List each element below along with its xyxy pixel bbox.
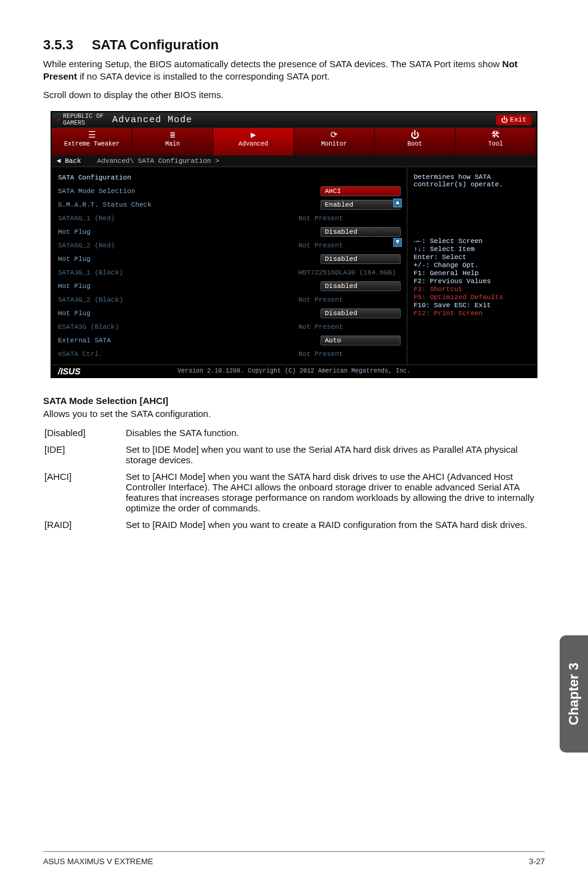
bios-exit-button[interactable]: ⏻ Exit	[496, 115, 531, 125]
row-value[interactable]: Disabled	[321, 254, 401, 264]
row-label: SATA3G_2 (Black)	[58, 296, 296, 303]
power-icon: ⏻	[501, 116, 508, 124]
intro-paragraph: While entering Setup, the BIOS automatic…	[43, 58, 545, 83]
help-line: F3: Shortcut	[414, 286, 530, 293]
help-line: F5: Optimized Defaults	[414, 294, 530, 301]
footer-right: 3-27	[529, 857, 545, 866]
bios-row[interactable]: Hot PlugDisabled	[58, 252, 401, 266]
bios-left-panel: SATA ConfigurationSATA Mode SelectionAHC…	[52, 167, 407, 365]
option-key: [AHCI]	[44, 469, 125, 516]
breadcrumb-path: Advanced\ SATA Configuration >	[97, 157, 219, 165]
bios-version-text: Version 2.10.1208. Copyright (C) 2012 Am…	[178, 368, 410, 374]
row-label: SATA6G_1 (Red)	[58, 215, 296, 222]
row-value: HDT722516DLA30 (164.6GB)	[296, 269, 401, 276]
row-label: External SATA	[58, 337, 321, 344]
logo-line1: REPUBLIC OF	[63, 113, 104, 120]
row-value[interactable]: Auto	[321, 336, 401, 345]
row-value[interactable]: Disabled	[321, 281, 401, 291]
bios-row[interactable]: S.M.A.R.T. Status CheckEnabled	[58, 198, 401, 212]
tab-label: Tool	[455, 141, 536, 147]
bios-row[interactable]: SATA Mode SelectionAHCI	[58, 184, 401, 198]
mode-desc: Allows you to set the SATA configuration…	[43, 408, 545, 419]
help-line: F2: Previous Values	[414, 278, 530, 285]
back-button[interactable]: ◄ Back	[57, 157, 81, 165]
row-label: S.M.A.R.T. Status Check	[58, 201, 321, 208]
mode-heading: SATA Mode Selection [AHCI]	[43, 395, 545, 406]
help-description: Determines how SATA controller(s) operat…	[414, 173, 530, 188]
bios-right-panel: Determines how SATA controller(s) operat…	[407, 167, 536, 365]
bios-row[interactable]: External SATAAuto	[58, 334, 401, 347]
scroll-down-icon[interactable]: ▼	[393, 238, 402, 247]
row-value[interactable]: AHCI	[321, 186, 401, 196]
row-value: Not Present	[296, 350, 401, 358]
help-line: F10: Save ESC: Exit	[414, 302, 530, 309]
rog-logo: ✔ REPUBLIC OF GAMERS	[57, 113, 104, 126]
bios-breadcrumb: ◄ Back Advanced\ SATA Configuration >	[52, 155, 536, 167]
row-value: Not Present	[296, 242, 401, 249]
row-value[interactable]: Disabled	[321, 227, 401, 237]
option-row: [Disabled]Disables the SATA function.	[44, 425, 544, 440]
option-key: [IDE]	[44, 442, 125, 468]
bios-row[interactable]: Hot PlugDisabled	[58, 225, 401, 239]
bios-screenshot: ✔ REPUBLIC OF GAMERS Advanced Mode ⏻ Exi…	[51, 111, 537, 378]
option-table: [Disabled]Disables the SATA function.[ID…	[43, 424, 545, 534]
row-label: SATA6G_2 (Red)	[58, 242, 296, 249]
help-line: Enter: Select	[414, 254, 530, 261]
row-value: Not Present	[296, 215, 401, 222]
row-value[interactable]: Disabled	[321, 308, 401, 318]
bios-tab-extreme-tweaker[interactable]: ☰Extreme Tweaker	[52, 128, 133, 155]
bios-row: SATA3G_1 (Black)HDT722516DLA30 (164.6GB)	[58, 266, 401, 279]
scroll-arrows: ▲ ▼	[393, 199, 402, 247]
bios-tab-main[interactable]: ≣Main	[133, 128, 213, 155]
help-line: F1: General Help	[414, 270, 530, 277]
tab-icon: ▶	[213, 131, 293, 139]
tab-icon: ≣	[133, 131, 213, 139]
option-text: Set to [IDE Mode] when you want to use t…	[126, 442, 544, 468]
tab-label: Advanced	[213, 141, 293, 147]
option-text: Set to [RAID Mode] when you want to crea…	[126, 517, 544, 532]
tab-label: Boot	[375, 141, 455, 147]
chapter-tab-label: Chapter 3	[566, 662, 582, 725]
bios-row: SATA Configuration	[58, 171, 401, 184]
row-label: SATA Configuration	[58, 174, 401, 181]
scroll-note: Scroll down to display the other BIOS it…	[43, 89, 545, 100]
bios-tab-boot[interactable]: ⏻Boot	[375, 128, 455, 155]
row-label: Hot Plug	[58, 255, 321, 263]
help-keys: →←: Select Screen↑↓: Select ItemEnter: S…	[414, 237, 530, 317]
option-text: Set to [AHCI Mode] when you want the SAT…	[126, 469, 544, 516]
row-value: Not Present	[296, 323, 401, 331]
bios-tabs: ☰Extreme Tweaker≣Main▶Advanced⟳Monitor⏻B…	[52, 128, 536, 155]
intro-bold: Not Present	[43, 59, 518, 81]
option-row: [RAID]Set to [RAID Mode] when you want t…	[44, 517, 544, 532]
bios-row[interactable]: Hot PlugDisabled	[58, 307, 401, 320]
row-value: Not Present	[296, 296, 401, 303]
bios-tab-advanced[interactable]: ▶Advanced	[213, 128, 294, 155]
help-line: →←: Select Screen	[414, 237, 530, 245]
section-title: SATA Configuration	[92, 37, 219, 52]
footer-left: ASUS MAXIMUS V EXTREME	[43, 857, 153, 866]
bios-tab-tool[interactable]: 🛠Tool	[455, 128, 536, 155]
option-key: [Disabled]	[44, 425, 125, 440]
bios-footer: /ISUS Version 2.10.1208. Copyright (C) 2…	[52, 365, 536, 377]
row-label: SATA3G_1 (Black)	[58, 269, 296, 276]
bios-row[interactable]: Hot PlugDisabled	[58, 279, 401, 293]
page-footer: ASUS MAXIMUS V EXTREME 3-27	[43, 851, 545, 866]
bios-tab-monitor[interactable]: ⟳Monitor	[294, 128, 375, 155]
help-line: F12: Print Screen	[414, 310, 530, 317]
section-number: 3.5.3	[43, 37, 73, 52]
option-text: Disables the SATA function.	[126, 425, 544, 440]
help-line: ↑↓: Select Item	[414, 245, 530, 253]
bios-row: SATA6G_1 (Red)Not Present	[58, 212, 401, 225]
row-label: ESATA3G (Black)	[58, 323, 296, 331]
tab-icon: ⏻	[375, 131, 455, 139]
bios-row: SATA3G_2 (Black)Not Present	[58, 293, 401, 307]
chapter-tab: Chapter 3	[560, 635, 588, 753]
bios-row: SATA6G_2 (Red)Not Present	[58, 239, 401, 252]
tab-label: Main	[133, 141, 213, 147]
tab-label: Monitor	[294, 141, 374, 147]
option-row: [IDE]Set to [IDE Mode] when you want to …	[44, 442, 544, 468]
scroll-up-icon[interactable]: ▲	[393, 199, 402, 207]
asus-brand: /ISUS	[58, 366, 81, 376]
row-value[interactable]: Enabled	[321, 200, 401, 210]
row-label: Hot Plug	[58, 228, 321, 236]
